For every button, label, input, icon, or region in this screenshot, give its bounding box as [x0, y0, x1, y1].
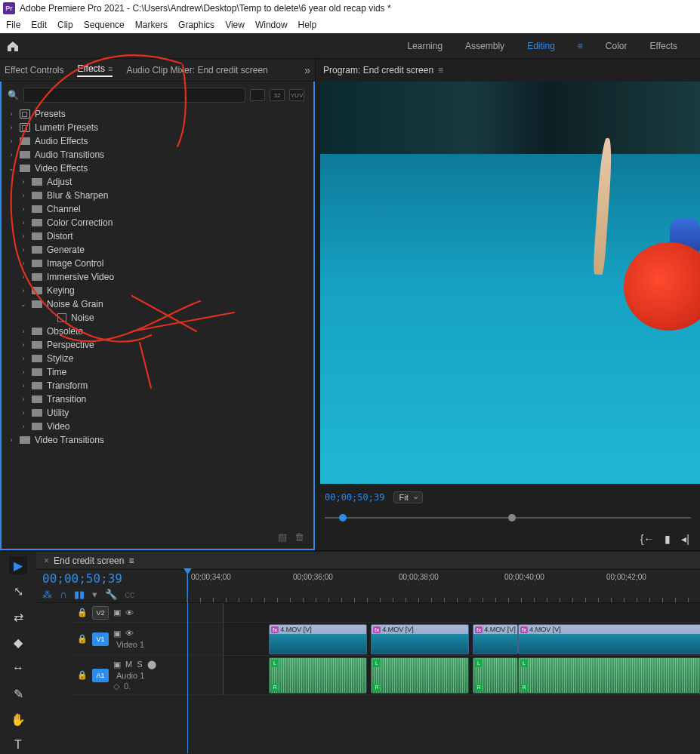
- effect-folder[interactable]: ›Transform: [2, 379, 313, 392]
- program-menu-icon[interactable]: ≡: [438, 65, 443, 75]
- effects-search-input[interactable]: [23, 88, 245, 103]
- program-timecode[interactable]: 00;00;50;39: [325, 492, 384, 503]
- chevron-right-icon[interactable]: ›: [20, 192, 27, 199]
- video-clip[interactable]: fx4.MOV [V]: [473, 624, 518, 654]
- slip-tool[interactable]: ↔: [9, 659, 27, 677]
- effect-folder[interactable]: ›Video Transitions: [2, 433, 313, 447]
- video-clip[interactable]: fx4.MOV [V]: [518, 624, 700, 654]
- effect-folder[interactable]: ⌄Noise & Grain: [2, 297, 313, 311]
- workspace-color[interactable]: Color: [606, 41, 628, 51]
- effect-folder[interactable]: ›Generate: [2, 243, 313, 257]
- record-icon[interactable]: ⬤: [147, 660, 156, 669]
- chevron-right-icon[interactable]: ›: [20, 368, 27, 376]
- tab-effect-controls[interactable]: Effect Controls: [5, 65, 63, 75]
- track-header-v2[interactable]: 🔒 V2 ▣ 👁: [72, 603, 223, 623]
- timeline-menu-icon[interactable]: ≡: [128, 555, 134, 566]
- chevron-right-icon[interactable]: ›: [8, 124, 15, 131]
- audio-clip[interactable]: fxLR: [473, 657, 518, 694]
- chevron-down-icon[interactable]: ⌄: [8, 165, 15, 172]
- menu-clip[interactable]: Clip: [57, 20, 73, 30]
- effect-folder[interactable]: ›Obsolete: [2, 325, 313, 338]
- workspace-assembly[interactable]: Assembly: [465, 41, 504, 51]
- workspace-editing[interactable]: Editing: [527, 41, 555, 51]
- chevron-right-icon[interactable]: ›: [8, 137, 15, 145]
- effect-folder[interactable]: ›Color Correction: [2, 216, 313, 229]
- track-badge-v1[interactable]: V1: [92, 632, 109, 646]
- workspace-learning[interactable]: Learning: [407, 41, 443, 51]
- track-header-a1[interactable]: 🔒 A1 ▣ M S ⬤ Audio 1 ◇0.: [72, 656, 223, 695]
- ripple-edit-tool[interactable]: ⇄: [9, 608, 27, 626]
- chevron-right-icon[interactable]: ›: [8, 151, 15, 158]
- home-button[interactable]: [0, 33, 26, 59]
- effect-folder[interactable]: ›Lumetri Presets: [2, 121, 313, 134]
- chevron-right-icon[interactable]: ›: [20, 409, 27, 417]
- track-header-v1[interactable]: 🔒 V1 ▣👁 Video 1: [72, 623, 223, 656]
- program-video[interactable]: [320, 82, 700, 484]
- audio-clip[interactable]: fxLR: [518, 657, 700, 694]
- effects-tree[interactable]: ›Presets›Lumetri Presets›Audio Effects›A…: [2, 106, 313, 528]
- chevron-right-icon[interactable]: ›: [20, 287, 27, 294]
- lock-icon[interactable]: 🔒: [77, 634, 88, 644]
- audio-clip[interactable]: fxLR: [371, 657, 469, 694]
- effect-folder[interactable]: ›Adjust: [2, 175, 313, 189]
- effect-folder[interactable]: ›Image Control: [2, 257, 313, 270]
- toggle-output-icon[interactable]: ▣: [113, 660, 121, 669]
- menu-sequence[interactable]: Sequence: [84, 20, 125, 30]
- effect-folder[interactable]: ›Time: [2, 365, 313, 379]
- track-select-tool[interactable]: ⤡: [9, 582, 27, 600]
- razor-tool[interactable]: ◆: [9, 633, 27, 651]
- chevron-right-icon[interactable]: ›: [20, 273, 27, 281]
- effect-folder[interactable]: ›Distort: [2, 229, 313, 243]
- panel-menu-icon[interactable]: ≡: [108, 64, 113, 73]
- tab-audio-clip-mixer[interactable]: Audio Clip Mixer: End credit screen: [126, 65, 267, 75]
- effect-folder[interactable]: ›Video: [2, 420, 313, 433]
- wrench-icon[interactable]: 🔧: [105, 589, 117, 600]
- solo-button[interactable]: S: [137, 660, 142, 669]
- chevron-right-icon[interactable]: ›: [20, 260, 27, 267]
- mute-button[interactable]: M: [125, 660, 132, 669]
- menu-file[interactable]: File: [6, 20, 20, 30]
- menu-edit[interactable]: Edit: [31, 20, 47, 30]
- effect-folder[interactable]: ⌄Video Effects: [2, 162, 313, 175]
- hand-tool[interactable]: ✋: [9, 710, 27, 728]
- track-badge-v2[interactable]: V2: [92, 606, 109, 620]
- zoom-fit-dropdown[interactable]: Fit: [393, 491, 422, 503]
- chevron-right-icon[interactable]: ›: [20, 355, 27, 362]
- chevron-right-icon[interactable]: ›: [8, 436, 15, 444]
- chevron-right-icon[interactable]: ›: [8, 110, 15, 118]
- track-badge-a1[interactable]: A1: [92, 669, 109, 682]
- close-icon[interactable]: ×: [44, 555, 49, 566]
- lock-icon[interactable]: 🔒: [77, 608, 88, 617]
- chevron-right-icon[interactable]: ›: [20, 219, 27, 226]
- toggle-output-icon[interactable]: ▣: [113, 629, 121, 639]
- audio-clip[interactable]: fxLR: [269, 657, 367, 694]
- effect-folder[interactable]: ›Utility: [2, 406, 313, 420]
- timeline-tracks[interactable]: fx4.MOV [V]fx4.MOV [V]fx4.MOV [V]fx4.MOV…: [224, 603, 700, 695]
- marker-icon[interactable]: ▮▮: [74, 589, 85, 600]
- add-marker-button[interactable]: ▮: [665, 533, 671, 545]
- menu-window[interactable]: Window: [255, 20, 288, 30]
- captions-icon[interactable]: cc: [125, 589, 134, 600]
- keyframe-icon[interactable]: ◇: [113, 682, 119, 691]
- program-tab[interactable]: Program: End credit screen: [323, 65, 433, 75]
- chevron-right-icon[interactable]: ›: [20, 341, 27, 349]
- chevron-down-icon[interactable]: ⌄: [20, 300, 27, 308]
- chevron-right-icon[interactable]: ›: [20, 205, 27, 213]
- lock-icon[interactable]: 🔒: [77, 670, 88, 680]
- timeline-tab[interactable]: × End credit screen ≡: [36, 552, 700, 570]
- effect-folder[interactable]: ›Keying: [2, 284, 313, 297]
- new-bin-icon[interactable]: ▧: [278, 531, 287, 543]
- eye-icon[interactable]: 👁: [125, 629, 134, 639]
- filter-32bit-icon[interactable]: 32: [270, 89, 285, 101]
- delete-icon[interactable]: 🗑: [294, 531, 304, 543]
- chevron-right-icon[interactable]: ›: [20, 423, 27, 430]
- selection-tool[interactable]: ▶: [9, 556, 27, 574]
- effect-folder[interactable]: ›Stylize: [2, 352, 313, 365]
- menu-view[interactable]: View: [225, 20, 245, 30]
- effect-folder[interactable]: ›Audio Effects: [2, 134, 313, 148]
- toggle-output-icon[interactable]: ▣: [113, 608, 121, 617]
- workspace-effects[interactable]: Effects: [650, 41, 677, 51]
- effect-folder[interactable]: ›Immersive Video: [2, 270, 313, 284]
- effect-folder[interactable]: ›Perspective: [2, 338, 313, 352]
- effect-folder[interactable]: ›Presets: [2, 107, 313, 121]
